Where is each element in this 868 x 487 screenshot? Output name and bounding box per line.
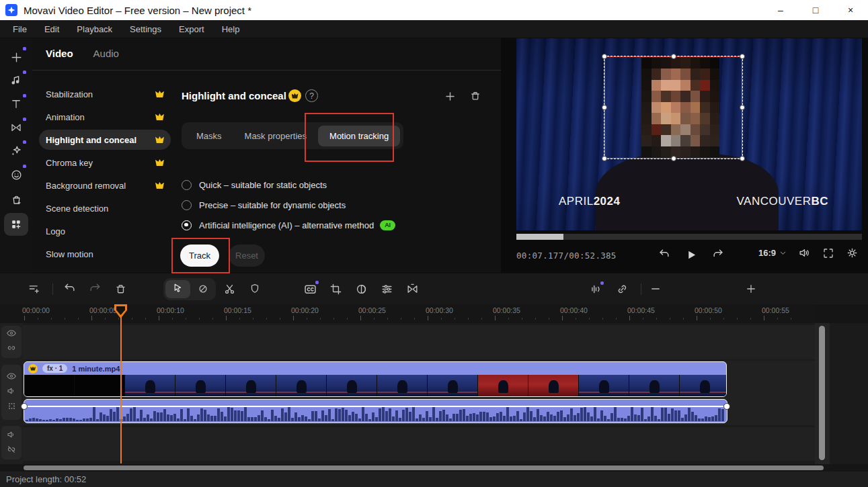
split-scissors-button[interactable] [221, 281, 237, 297]
ruler-label: 00:00:20 [291, 306, 319, 314]
delete-button[interactable] [112, 281, 128, 297]
vertical-scrollbar-thumb[interactable] [819, 326, 825, 460]
transition-wizard-button[interactable] [404, 281, 420, 297]
tool-item-background-removal[interactable]: Background removal [39, 175, 171, 195]
envelope-handle[interactable] [21, 403, 28, 410]
play-button[interactable] [683, 247, 699, 263]
waveform-bar [73, 418, 75, 421]
titles-icon[interactable] [4, 93, 28, 115]
waveform-bar [395, 410, 398, 421]
tracking-selection-box[interactable] [604, 56, 742, 159]
radio-option-0[interactable]: Quick – suitable for static objects [182, 175, 395, 195]
undo-button[interactable] [62, 281, 78, 297]
waveform-bar [570, 408, 573, 421]
track-visibility-eye-icon[interactable] [6, 328, 17, 339]
menu-help[interactable]: Help [213, 24, 249, 34]
video-viewport[interactable]: APRIL2024 VANCOUVERBC [516, 38, 862, 230]
track-button[interactable]: Track [180, 245, 219, 267]
tool-item-stabilization[interactable]: Stabilization [39, 84, 171, 104]
preview-settings-gear-icon[interactable] [846, 247, 859, 259]
waveform-bar [463, 409, 465, 421]
empty-track-lane[interactable] [23, 325, 815, 359]
tool-item-slow-motion[interactable]: Slow motion [39, 244, 171, 264]
aspect-ratio-select[interactable]: 16:9 [758, 248, 787, 258]
tool-item-animation[interactable]: Animation [39, 107, 171, 127]
waveform-bar [335, 408, 338, 421]
tab-mask-properties[interactable]: Mask properties [233, 126, 318, 146]
store-icon[interactable] [4, 189, 28, 210]
track-motion-dots-icon[interactable] [6, 400, 17, 412]
tab-motion-tracking[interactable]: Motion tracking [318, 126, 400, 146]
resize-handle[interactable] [602, 54, 607, 59]
fullscreen-button[interactable] [822, 247, 834, 259]
effects-icon[interactable] [4, 140, 28, 161]
tab-audio[interactable]: Audio [93, 48, 119, 59]
resize-handle[interactable] [602, 156, 607, 161]
add-mask-button[interactable] [443, 89, 457, 103]
link-clips-button[interactable] [614, 281, 630, 297]
redo-button[interactable] [87, 281, 103, 297]
stickers-icon[interactable] [4, 164, 28, 185]
audio-levels-button[interactable] [588, 281, 604, 297]
help-icon[interactable]: ? [305, 89, 318, 102]
resize-handle[interactable] [740, 156, 745, 161]
track-unlink-icon[interactable] [6, 444, 17, 455]
crop-button[interactable] [327, 281, 344, 297]
zoom-in-button[interactable] [743, 281, 759, 297]
tab-masks[interactable]: Masks [185, 126, 233, 146]
reset-button[interactable]: Reset [229, 245, 265, 267]
resize-handle[interactable] [740, 54, 745, 59]
envelope-handle[interactable] [723, 403, 730, 410]
track-mute-speaker-icon[interactable] [6, 386, 17, 397]
track-link-icon[interactable] [6, 343, 17, 354]
resize-handle[interactable] [602, 105, 607, 110]
waveform-bar [264, 417, 267, 421]
more-tools-icon[interactable] [4, 213, 28, 236]
resize-handle[interactable] [740, 105, 745, 110]
audio-icon[interactable] [4, 70, 28, 91]
slip-tool-button[interactable] [195, 281, 211, 297]
volume-envelope-line[interactable] [24, 406, 727, 407]
tool-item-logo[interactable]: Logo [39, 221, 171, 241]
maximize-button[interactable]: □ [798, 5, 833, 15]
add-media-icon[interactable] [4, 46, 28, 68]
horizontal-scrollbar-track[interactable] [0, 464, 832, 472]
video-clip[interactable]: fx · 1 1 minute.mp4 [24, 361, 727, 397]
step-forward-button[interactable] [710, 247, 726, 263]
track-visibility-eye-icon[interactable] [6, 371, 17, 382]
add-track-button[interactable] [26, 281, 42, 297]
empty-track-lane[interactable] [23, 427, 815, 461]
track-mute-speaker-icon[interactable] [6, 429, 17, 441]
zoom-out-button[interactable] [647, 281, 664, 297]
step-back-button[interactable] [656, 247, 672, 263]
tool-item-label: Highlight and conceal [46, 135, 155, 145]
menu-file[interactable]: File [4, 24, 36, 34]
playhead-line[interactable] [120, 304, 122, 463]
menu-playback[interactable]: Playback [68, 24, 121, 34]
tool-item-scene-detection[interactable]: Scene detection [39, 198, 171, 218]
seek-bar[interactable] [516, 234, 862, 240]
menu-settings[interactable]: Settings [121, 24, 170, 34]
close-button[interactable]: × [833, 5, 868, 15]
color-adjustments-button[interactable] [353, 281, 369, 297]
menu-edit[interactable]: Edit [36, 24, 68, 34]
tab-video[interactable]: Video [46, 48, 73, 59]
subtitles-button[interactable] [302, 281, 318, 297]
menu-export[interactable]: Export [170, 24, 213, 34]
tool-item-highlight-and-conceal[interactable]: Highlight and conceal [39, 130, 171, 150]
pointer-tool-button[interactable] [169, 281, 186, 297]
radio-option-1[interactable]: Precise – suitable for dynamic objects [182, 195, 395, 215]
tool-item-chroma-key[interactable]: Chroma key [39, 152, 171, 173]
volume-button[interactable] [798, 247, 811, 259]
marker-shield-button[interactable] [247, 281, 263, 297]
horizontal-scrollbar-thumb[interactable] [24, 466, 824, 470]
delete-mask-button[interactable] [469, 89, 482, 103]
radio-option-2[interactable]: Artificial intelligence (AI) – alternati… [182, 215, 395, 235]
resize-handle[interactable] [671, 156, 676, 161]
ruler-tick [576, 318, 576, 320]
transitions-icon[interactable] [4, 117, 28, 138]
minimize-button[interactable]: – [763, 5, 798, 15]
audio-clip[interactable] [24, 399, 727, 423]
clip-properties-button[interactable] [379, 281, 395, 297]
resize-handle[interactable] [671, 54, 676, 59]
